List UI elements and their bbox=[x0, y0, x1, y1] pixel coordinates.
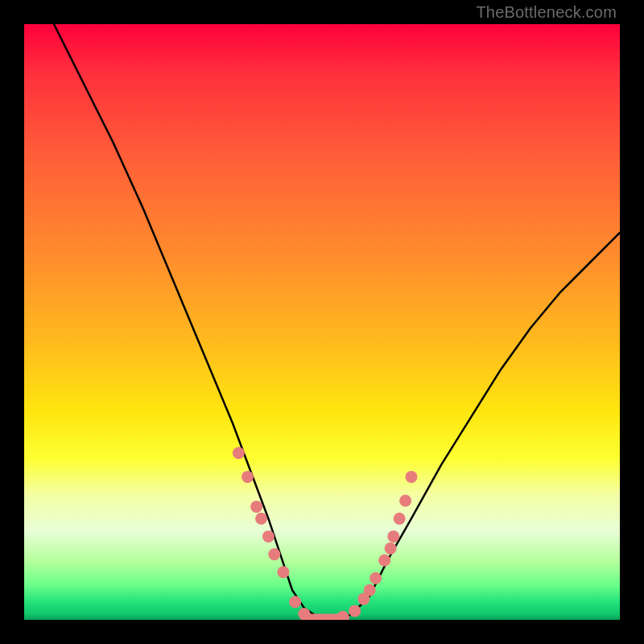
marker-dot bbox=[369, 572, 382, 584]
marker-dot bbox=[250, 501, 262, 513]
marker-dot bbox=[399, 495, 411, 507]
marker-dot bbox=[364, 584, 376, 597]
plot-area bbox=[24, 24, 620, 620]
bottleneck-curve bbox=[54, 24, 620, 620]
marker-dot bbox=[233, 447, 245, 459]
marker-dot bbox=[387, 530, 399, 543]
marker-dot bbox=[406, 471, 418, 483]
marker-dot bbox=[268, 548, 280, 560]
marker-dots bbox=[233, 447, 418, 620]
watermark-text: TheBottleneck.com bbox=[476, 3, 617, 22]
marker-dot bbox=[336, 611, 349, 620]
marker-dot bbox=[242, 471, 254, 483]
chart-frame: TheBottleneck.com bbox=[0, 0, 644, 644]
marker-dot bbox=[385, 543, 397, 555]
marker-dot bbox=[289, 596, 301, 608]
marker-dot bbox=[262, 530, 275, 543]
marker-dot bbox=[255, 513, 267, 525]
marker-dot bbox=[277, 566, 289, 578]
marker-dot bbox=[394, 513, 406, 525]
marker-dot bbox=[378, 555, 390, 567]
marker-dot bbox=[349, 605, 361, 617]
curve-svg bbox=[24, 24, 620, 620]
marker-dot bbox=[298, 608, 310, 620]
